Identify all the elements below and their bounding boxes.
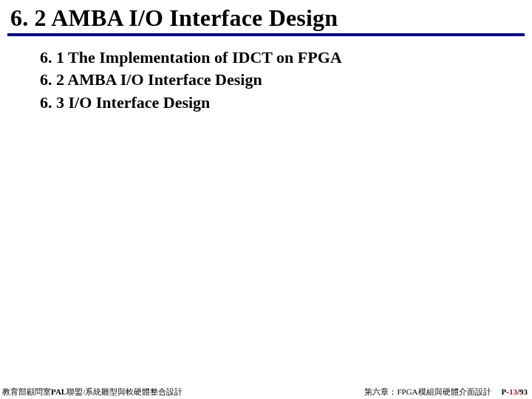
title-area: 6. 2 AMBA I/O Interface Design [0, 0, 532, 36]
page-current: 13 [509, 387, 517, 396]
footer-left-suffix: 聯盟/系統雛型與軟硬體整合設計 [66, 387, 183, 396]
footer-center-fpga: FPGA [397, 387, 417, 396]
footer-center-suffix: 模組與硬體介面設計 [418, 387, 491, 396]
page-prefix: P- [502, 387, 509, 396]
toc-item: 6. 2 AMBA I/O Interface Design [40, 69, 525, 91]
slide: 6. 2 AMBA I/O Interface Design 6. 1 The … [0, 0, 532, 399]
page-total: 93 [519, 387, 528, 396]
footer-center-prefix: 第六章： [364, 387, 397, 396]
slide-title: 6. 2 AMBA I/O Interface Design [7, 4, 525, 36]
page-number: P-13/93 [500, 387, 532, 397]
footer: 教育部顧問室PAL聯盟/系統雛型與軟硬體整合設計 第六章：FPGA模組與硬體介面… [0, 387, 532, 397]
content-area: 6. 1 The Implementation of IDCT on FPGA … [0, 36, 532, 114]
footer-left-pal: PAL [51, 387, 66, 396]
toc-item: 6. 1 The Implementation of IDCT on FPGA [40, 47, 525, 69]
footer-left: 教育部顧問室PAL聯盟/系統雛型與軟硬體整合設計 [0, 387, 184, 397]
footer-center: 第六章：FPGA模組與硬體介面設計 [363, 387, 492, 397]
toc-item: 6. 3 I/O Interface Design [40, 92, 525, 114]
footer-left-prefix: 教育部顧問室 [2, 387, 51, 396]
